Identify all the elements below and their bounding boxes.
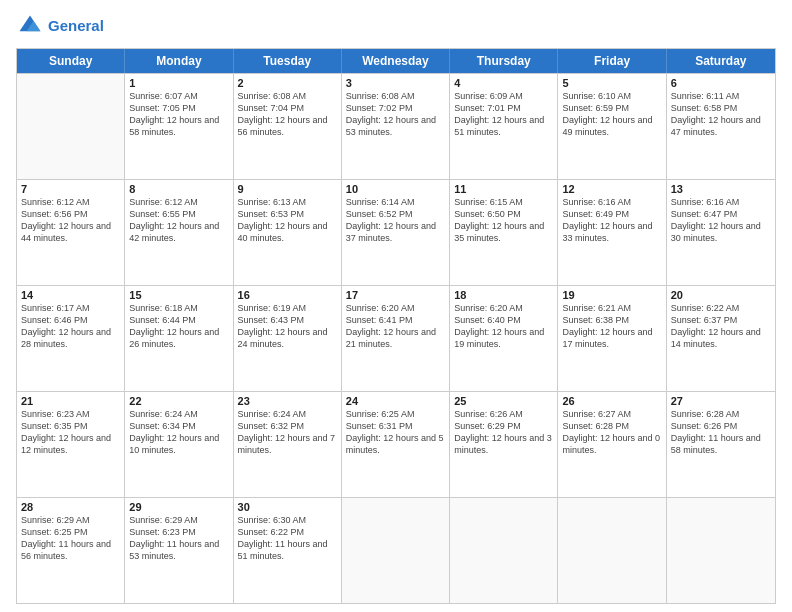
daylight-text: Daylight: 12 hours and 21 minutes. — [346, 326, 445, 350]
calendar-header-saturday: Saturday — [667, 49, 775, 73]
calendar-row-3: 21Sunrise: 6:23 AMSunset: 6:35 PMDayligh… — [17, 391, 775, 497]
daylight-text: Daylight: 12 hours and 17 minutes. — [562, 326, 661, 350]
sunrise-text: Sunrise: 6:09 AM — [454, 90, 553, 102]
sunset-text: Sunset: 6:29 PM — [454, 420, 553, 432]
daylight-text: Daylight: 12 hours and 40 minutes. — [238, 220, 337, 244]
calendar-cell-r3-c3: 24Sunrise: 6:25 AMSunset: 6:31 PMDayligh… — [342, 392, 450, 497]
calendar-cell-r0-c4: 4Sunrise: 6:09 AMSunset: 7:01 PMDaylight… — [450, 74, 558, 179]
sunrise-text: Sunrise: 6:28 AM — [671, 408, 771, 420]
sunrise-text: Sunrise: 6:07 AM — [129, 90, 228, 102]
calendar-cell-r1-c5: 12Sunrise: 6:16 AMSunset: 6:49 PMDayligh… — [558, 180, 666, 285]
sunrise-text: Sunrise: 6:29 AM — [129, 514, 228, 526]
sunset-text: Sunset: 6:22 PM — [238, 526, 337, 538]
calendar-cell-r4-c4 — [450, 498, 558, 603]
daylight-text: Daylight: 12 hours and 33 minutes. — [562, 220, 661, 244]
sunset-text: Sunset: 6:53 PM — [238, 208, 337, 220]
sunrise-text: Sunrise: 6:22 AM — [671, 302, 771, 314]
day-number: 26 — [562, 395, 661, 407]
daylight-text: Daylight: 12 hours and 7 minutes. — [238, 432, 337, 456]
daylight-text: Daylight: 12 hours and 30 minutes. — [671, 220, 771, 244]
calendar-cell-r3-c6: 27Sunrise: 6:28 AMSunset: 6:26 PMDayligh… — [667, 392, 775, 497]
day-number: 4 — [454, 77, 553, 89]
sunset-text: Sunset: 6:50 PM — [454, 208, 553, 220]
day-number: 17 — [346, 289, 445, 301]
logo: General — [16, 12, 104, 40]
calendar-cell-r4-c0: 28Sunrise: 6:29 AMSunset: 6:25 PMDayligh… — [17, 498, 125, 603]
sunrise-text: Sunrise: 6:26 AM — [454, 408, 553, 420]
calendar-cell-r0-c6: 6Sunrise: 6:11 AMSunset: 6:58 PMDaylight… — [667, 74, 775, 179]
calendar-header-wednesday: Wednesday — [342, 49, 450, 73]
calendar-cell-r2-c6: 20Sunrise: 6:22 AMSunset: 6:37 PMDayligh… — [667, 286, 775, 391]
daylight-text: Daylight: 12 hours and 28 minutes. — [21, 326, 120, 350]
sunrise-text: Sunrise: 6:12 AM — [129, 196, 228, 208]
calendar: SundayMondayTuesdayWednesdayThursdayFrid… — [16, 48, 776, 604]
sunrise-text: Sunrise: 6:10 AM — [562, 90, 661, 102]
sunset-text: Sunset: 6:37 PM — [671, 314, 771, 326]
calendar-cell-r4-c3 — [342, 498, 450, 603]
sunset-text: Sunset: 6:52 PM — [346, 208, 445, 220]
calendar-cell-r3-c4: 25Sunrise: 6:26 AMSunset: 6:29 PMDayligh… — [450, 392, 558, 497]
page: General SundayMondayTuesdayWednesdayThur… — [0, 0, 792, 612]
calendar-cell-r1-c4: 11Sunrise: 6:15 AMSunset: 6:50 PMDayligh… — [450, 180, 558, 285]
logo-text: General — [48, 18, 104, 35]
daylight-text: Daylight: 12 hours and 35 minutes. — [454, 220, 553, 244]
sunset-text: Sunset: 6:32 PM — [238, 420, 337, 432]
calendar-body: 1Sunrise: 6:07 AMSunset: 7:05 PMDaylight… — [17, 73, 775, 603]
sunset-text: Sunset: 6:41 PM — [346, 314, 445, 326]
sunrise-text: Sunrise: 6:24 AM — [238, 408, 337, 420]
calendar-cell-r2-c4: 18Sunrise: 6:20 AMSunset: 6:40 PMDayligh… — [450, 286, 558, 391]
day-number: 13 — [671, 183, 771, 195]
sunset-text: Sunset: 7:02 PM — [346, 102, 445, 114]
sunset-text: Sunset: 6:47 PM — [671, 208, 771, 220]
calendar-header-thursday: Thursday — [450, 49, 558, 73]
sunrise-text: Sunrise: 6:16 AM — [562, 196, 661, 208]
sunrise-text: Sunrise: 6:13 AM — [238, 196, 337, 208]
sunrise-text: Sunrise: 6:17 AM — [21, 302, 120, 314]
day-number: 28 — [21, 501, 120, 513]
calendar-header-monday: Monday — [125, 49, 233, 73]
calendar-cell-r1-c2: 9Sunrise: 6:13 AMSunset: 6:53 PMDaylight… — [234, 180, 342, 285]
sunset-text: Sunset: 6:23 PM — [129, 526, 228, 538]
calendar-cell-r0-c1: 1Sunrise: 6:07 AMSunset: 7:05 PMDaylight… — [125, 74, 233, 179]
calendar-cell-r1-c6: 13Sunrise: 6:16 AMSunset: 6:47 PMDayligh… — [667, 180, 775, 285]
calendar-cell-r0-c3: 3Sunrise: 6:08 AMSunset: 7:02 PMDaylight… — [342, 74, 450, 179]
sunrise-text: Sunrise: 6:14 AM — [346, 196, 445, 208]
daylight-text: Daylight: 12 hours and 12 minutes. — [21, 432, 120, 456]
calendar-cell-r4-c1: 29Sunrise: 6:29 AMSunset: 6:23 PMDayligh… — [125, 498, 233, 603]
daylight-text: Daylight: 12 hours and 53 minutes. — [346, 114, 445, 138]
daylight-text: Daylight: 12 hours and 26 minutes. — [129, 326, 228, 350]
sunrise-text: Sunrise: 6:08 AM — [346, 90, 445, 102]
day-number: 7 — [21, 183, 120, 195]
daylight-text: Daylight: 12 hours and 44 minutes. — [21, 220, 120, 244]
day-number: 24 — [346, 395, 445, 407]
sunrise-text: Sunrise: 6:27 AM — [562, 408, 661, 420]
daylight-text: Daylight: 11 hours and 58 minutes. — [671, 432, 771, 456]
day-number: 10 — [346, 183, 445, 195]
day-number: 25 — [454, 395, 553, 407]
sunset-text: Sunset: 7:04 PM — [238, 102, 337, 114]
calendar-row-1: 7Sunrise: 6:12 AMSunset: 6:56 PMDaylight… — [17, 179, 775, 285]
calendar-cell-r2-c3: 17Sunrise: 6:20 AMSunset: 6:41 PMDayligh… — [342, 286, 450, 391]
calendar-row-4: 28Sunrise: 6:29 AMSunset: 6:25 PMDayligh… — [17, 497, 775, 603]
sunset-text: Sunset: 6:26 PM — [671, 420, 771, 432]
header: General — [16, 12, 776, 40]
sunset-text: Sunset: 6:46 PM — [21, 314, 120, 326]
calendar-cell-r1-c1: 8Sunrise: 6:12 AMSunset: 6:55 PMDaylight… — [125, 180, 233, 285]
day-number: 5 — [562, 77, 661, 89]
daylight-text: Daylight: 12 hours and 47 minutes. — [671, 114, 771, 138]
calendar-header-friday: Friday — [558, 49, 666, 73]
sunrise-text: Sunrise: 6:15 AM — [454, 196, 553, 208]
sunset-text: Sunset: 7:01 PM — [454, 102, 553, 114]
calendar-header-row: SundayMondayTuesdayWednesdayThursdayFrid… — [17, 49, 775, 73]
sunset-text: Sunset: 6:44 PM — [129, 314, 228, 326]
calendar-cell-r0-c5: 5Sunrise: 6:10 AMSunset: 6:59 PMDaylight… — [558, 74, 666, 179]
sunset-text: Sunset: 6:38 PM — [562, 314, 661, 326]
day-number: 15 — [129, 289, 228, 301]
daylight-text: Daylight: 11 hours and 53 minutes. — [129, 538, 228, 562]
daylight-text: Daylight: 12 hours and 42 minutes. — [129, 220, 228, 244]
daylight-text: Daylight: 12 hours and 0 minutes. — [562, 432, 661, 456]
sunrise-text: Sunrise: 6:16 AM — [671, 196, 771, 208]
day-number: 3 — [346, 77, 445, 89]
calendar-cell-r2-c5: 19Sunrise: 6:21 AMSunset: 6:38 PMDayligh… — [558, 286, 666, 391]
daylight-text: Daylight: 12 hours and 3 minutes. — [454, 432, 553, 456]
